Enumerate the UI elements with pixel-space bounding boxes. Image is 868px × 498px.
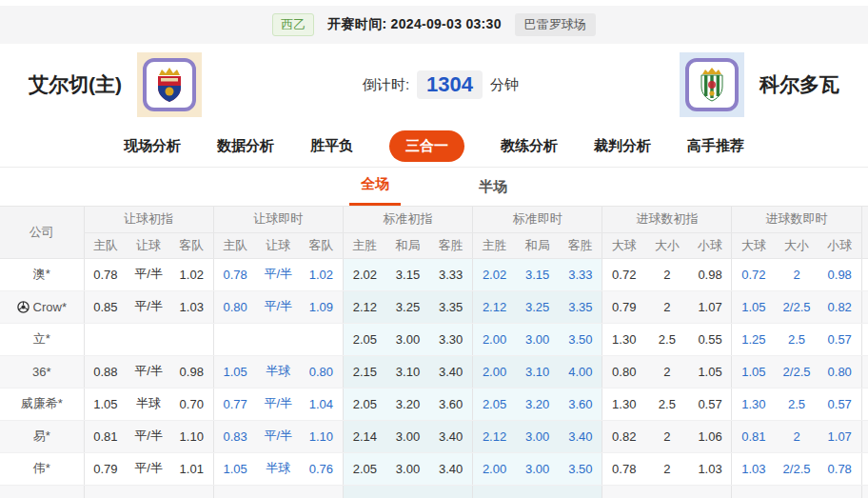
- odds-cell-5-1: 2/2.5: [775, 452, 818, 485]
- odds-cell-0-1: 平/半: [127, 258, 169, 290]
- odds-cell-5-1: 2: [775, 258, 818, 290]
- odds-cell-2-0: 2.14: [343, 420, 385, 452]
- nav-tab-1[interactable]: 数据分析: [217, 137, 274, 155]
- nav-tab-3[interactable]: 三合一: [389, 130, 464, 162]
- soccer-ball-icon: [17, 301, 30, 313]
- cutoff-cell: [861, 258, 868, 290]
- away-crest-icon: [685, 58, 739, 111]
- odds-cell-4-0: 1.30: [602, 323, 645, 355]
- sub-tab-0[interactable]: 全场: [349, 175, 401, 206]
- company-cell: 易*: [0, 420, 84, 452]
- nav-tabs: 现场分析数据分析胜平负三合一教练分析裁判分析高手推荐: [0, 126, 868, 168]
- odds-cell-4-1: 2: [645, 452, 688, 485]
- company-name: 36*: [32, 365, 51, 379]
- odds-cell-0-2: 0.98: [170, 355, 213, 388]
- match-info-bar: 西乙 开赛时间: 2024-09-03 03:30 巴雷罗球场: [0, 6, 868, 44]
- cutoff-column: [861, 207, 868, 258]
- partial-row: [0, 485, 868, 498]
- odds-cell-5-0: 1.03: [732, 452, 775, 485]
- odds-cell-3-1: 3.20: [516, 388, 559, 420]
- odds-row-伟: 伟*0.79平/半1.011.05半球0.762.053.003.402.003…: [0, 452, 868, 485]
- odds-cell-1-0: 0.78: [213, 258, 256, 290]
- cutoff-cell: [861, 420, 868, 452]
- odds-cell-1-2: 1.10: [300, 420, 343, 452]
- odds-cell-0-1: 半球: [127, 388, 169, 420]
- odds-cell-3-2: 3.50: [559, 323, 602, 355]
- odds-cell-4-2: 1.03: [689, 452, 732, 485]
- odds-cell-0-2: 0.70: [170, 388, 213, 420]
- odds-cell-0-2: [170, 323, 213, 355]
- odds-cell-3-1: 3.00: [516, 452, 559, 485]
- odds-cell-3-2: 4.00: [559, 355, 602, 388]
- company-name: 伟*: [33, 461, 50, 475]
- odds-cell-4-0: 0.82: [602, 420, 645, 452]
- group-header-1: 让球即时: [213, 207, 343, 232]
- away-team: 科尔多瓦: [680, 52, 839, 117]
- countdown-unit: 分钟: [490, 76, 519, 94]
- odds-cell-4-1: 2.5: [645, 388, 688, 420]
- odds-cell-1-2: 0.76: [300, 452, 343, 485]
- odds-cell-2-0: 2.05: [343, 323, 385, 355]
- odds-cell-5-0: 1.25: [732, 323, 775, 355]
- odds-cell-2-1: 3.10: [386, 355, 429, 388]
- league-badge: 西乙: [272, 13, 314, 36]
- odds-cell-4-2: 1.07: [689, 290, 732, 323]
- company-name: 澳*: [33, 267, 50, 281]
- sub-header-2-2: 客胜: [429, 232, 472, 258]
- odds-cell-4-0: 0.72: [602, 258, 645, 290]
- sub-header-2-1: 和局: [386, 232, 429, 258]
- company-cell: 澳*: [0, 258, 84, 290]
- odds-cell-3-0: 2.05: [473, 388, 516, 420]
- nav-tab-4[interactable]: 教练分析: [501, 137, 558, 155]
- sub-header-1-1: 让球: [257, 232, 300, 258]
- odds-cell-5-0: 0.72: [732, 258, 775, 290]
- sub-header-4-1: 大小: [645, 232, 688, 258]
- odds-cell-0-0: 0.79: [84, 452, 127, 485]
- odds-cell-3-0: 2.12: [473, 420, 516, 452]
- odds-cell-5-2: 1.07: [819, 420, 861, 452]
- odds-row-易: 易*0.81平/半1.100.83平/半1.102.143.003.402.12…: [0, 420, 868, 452]
- odds-cell-2-2: 3.40: [429, 355, 472, 388]
- odds-cell-1-0: 0.80: [213, 290, 256, 323]
- countdown-label: 倒计时:: [363, 76, 409, 94]
- odds-cell-3-0: 2.02: [473, 258, 516, 290]
- odds-cell-5-0: 1.05: [732, 290, 775, 323]
- group-header-3: 标准即时: [473, 207, 602, 232]
- sub-header-5-1: 大小: [775, 232, 818, 258]
- nav-tab-6[interactable]: 高手推荐: [687, 137, 744, 155]
- odds-cell-1-2: [300, 323, 343, 355]
- odds-cell-4-0: 0.80: [602, 355, 645, 388]
- odds-cell-0-0: 1.05: [84, 388, 127, 420]
- odds-cell-4-1: 2.5: [645, 323, 688, 355]
- sub-header-1-0: 主队: [213, 232, 256, 258]
- odds-cell-3-1: 3.00: [516, 420, 559, 452]
- odds-cell-1-2: 0.80: [300, 355, 343, 388]
- odds-cell-3-0: 2.00: [473, 452, 516, 485]
- nav-tab-2[interactable]: 胜平负: [310, 137, 353, 155]
- odds-cell-5-2: 0.98: [819, 258, 861, 290]
- sub-tab-1[interactable]: 半场: [467, 178, 519, 206]
- odds-cell-3-1: 3.00: [516, 323, 559, 355]
- odds-cell-2-2: 3.60: [429, 388, 472, 420]
- sub-header-5-2: 小球: [819, 232, 861, 258]
- odds-cell-4-0: 1.30: [602, 388, 645, 420]
- odds-cell-2-2: 3.40: [429, 452, 472, 485]
- odds-cell-1-0: 1.05: [213, 452, 256, 485]
- odds-cell-4-1: 2: [645, 355, 688, 388]
- venue-badge: 巴雷罗球场: [515, 13, 596, 36]
- odds-cell-0-0: 0.81: [84, 420, 127, 452]
- odds-cell-5-0: 1.30: [732, 388, 775, 420]
- odds-cell-5-1: 2/2.5: [775, 355, 818, 388]
- sub-header-5-0: 大球: [732, 232, 775, 258]
- odds-cell-1-1: 半球: [257, 355, 300, 388]
- odds-cell-0-1: 平/半: [127, 420, 169, 452]
- odds-cell-5-2: 0.82: [819, 290, 861, 323]
- nav-tab-0[interactable]: 现场分析: [124, 137, 181, 155]
- odds-cell-0-2: 1.02: [170, 258, 213, 290]
- nav-tab-5[interactable]: 裁判分析: [594, 137, 651, 155]
- cutoff-cell: [861, 388, 868, 420]
- odds-cell-4-0: 0.79: [602, 290, 645, 323]
- odds-cell-2-0: 2.15: [343, 355, 385, 388]
- odds-cell-0-0: 0.88: [84, 355, 127, 388]
- kickoff-time: 开赛时间: 2024-09-03 03:30: [327, 16, 501, 33]
